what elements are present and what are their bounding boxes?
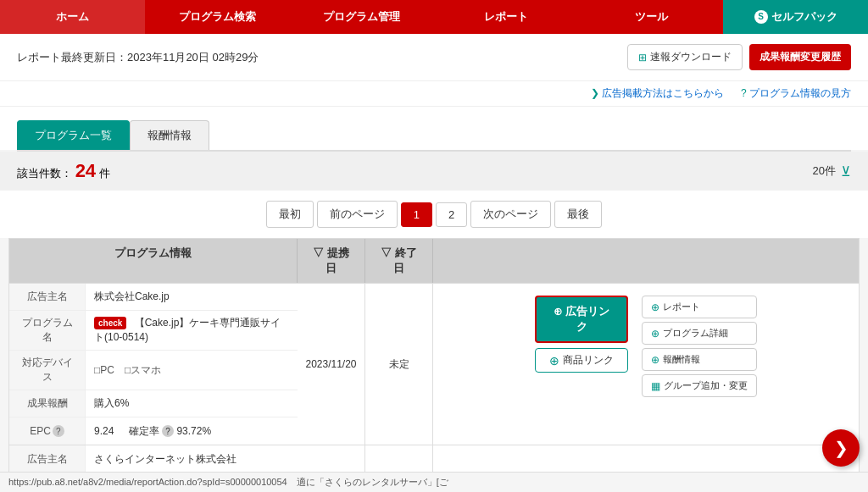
epc-value: 9.24 確定率 ? 93.72% xyxy=(86,419,298,444)
reward-info-button[interactable]: 報酬情報 xyxy=(642,348,757,371)
th-actions xyxy=(433,239,859,283)
check-badge: check xyxy=(94,317,126,329)
page-1-button[interactable]: 1 xyxy=(401,202,432,227)
count-unit: 件 xyxy=(99,167,110,180)
advertiser-label-2: 広告主名 xyxy=(9,445,86,473)
ad-link-icon: ⊕ xyxy=(554,305,565,318)
first-page-button[interactable]: 最初 xyxy=(266,201,314,228)
tab-reward-info[interactable]: 報酬情報 xyxy=(130,120,209,150)
reward-row: 成果報酬 購入6% xyxy=(9,390,298,417)
th-end: ▽ 終了日 xyxy=(365,239,433,283)
end-date-cell-2 xyxy=(365,445,433,473)
fab-icon: ❯ xyxy=(834,438,849,458)
nav-report[interactable]: レポート xyxy=(434,0,579,34)
nav-home[interactable]: ホーム xyxy=(0,0,145,34)
program-info-cell: 広告主名 株式会社Cake.jp プログラム名 check 【Cake.jp】ケ… xyxy=(9,284,298,445)
table-row: 広告主名 株式会社Cake.jp プログラム名 check 【Cake.jp】ケ… xyxy=(9,283,859,445)
nav-program-search[interactable]: プログラム検索 xyxy=(145,0,290,34)
program-detail-button[interactable]: プログラム詳細 xyxy=(642,322,757,345)
program-info-cell-2: 広告主名 さくらインターネット株式会社 xyxy=(9,445,298,473)
report-date: レポート最終更新日：2023年11月20日 02時29分 xyxy=(17,50,259,65)
confirm-help-icon: ? xyxy=(162,425,174,437)
report-side-button[interactable]: レポート xyxy=(642,296,757,318)
epc-label: EPC ? xyxy=(9,417,86,445)
program-name-value: check 【Cake.jp】ケーキ専門通販サイト(10-0514) xyxy=(86,311,298,350)
end-date-label: ▽ 終了日 xyxy=(381,246,417,274)
epc-row: EPC ? 9.24 確定率 ? 93.72% xyxy=(9,417,298,445)
history-button[interactable]: 成果報酬変更履歴 xyxy=(749,44,851,70)
per-page-selector[interactable]: 20件 ⊻ xyxy=(813,163,851,180)
device-value: □PC □スマホ xyxy=(86,358,298,383)
navigation: ホーム プログラム検索 プログラム管理 レポート ツール S セルフパック xyxy=(0,0,868,34)
count-row: 該当件数： 24 件 20件 ⊻ xyxy=(0,152,868,191)
prev-page-button[interactable]: 前のページ xyxy=(317,201,398,228)
page-2-button[interactable]: 2 xyxy=(436,202,467,227)
chevron-down-icon: ⊻ xyxy=(841,163,851,180)
selfpack-icon: S xyxy=(754,10,768,24)
reward-value: 購入6% xyxy=(86,391,298,416)
advertiser-label: 広告主名 xyxy=(9,284,86,310)
th-program-info: プログラム情報 xyxy=(9,239,298,283)
tab-program-list[interactable]: プログラム一覧 xyxy=(17,120,130,150)
report-buttons: 速報ダウンロード 成果報酬変更履歴 xyxy=(627,44,851,70)
advertiser-row: 広告主名 株式会社Cake.jp xyxy=(9,284,298,311)
fab-button[interactable]: ❯ xyxy=(822,429,860,467)
advertiser-row-2: 広告主名 さくらインターネット株式会社 xyxy=(9,445,298,473)
next-page-button[interactable]: 次のページ xyxy=(470,201,551,228)
result-count: 該当件数： 24 件 xyxy=(17,160,110,182)
status-bar: https://pub.a8.net/a8v2/media/reportActi… xyxy=(0,472,868,492)
table-header: プログラム情報 ▽ 提携日 ▽ 終了日 xyxy=(9,239,859,283)
program-name-label: プログラム名 xyxy=(9,311,86,350)
program-name-row: プログラム名 check 【Cake.jp】ケーキ専門通販サイト(10-0514… xyxy=(9,311,298,351)
actions-cell-2 xyxy=(433,445,859,473)
tabs: プログラム一覧 報酬情報 xyxy=(0,107,868,150)
count-number: 24 xyxy=(75,160,96,181)
partnership-date-cell: 2023/11/20 xyxy=(298,284,365,445)
date-cell-2 xyxy=(298,445,365,473)
ad-method-link[interactable]: 広告掲載方法はこちらから xyxy=(591,86,724,101)
confirm-label: 確定率 ? xyxy=(129,425,177,437)
device-label: 対応デバイス xyxy=(9,351,86,390)
main-action-buttons: ⊕ 広告リンク 商品リンク xyxy=(535,296,628,373)
links-row: 広告掲載方法はこちらから プログラム情報の見方 xyxy=(0,81,868,107)
program-table: プログラム情報 ▽ 提携日 ▽ 終了日 広告主名 株式会社Cake.jp プログ… xyxy=(8,238,860,473)
nav-tools[interactable]: ツール xyxy=(579,0,724,34)
advertiser-value-2: さくらインターネット株式会社 xyxy=(86,447,298,472)
end-date-cell: 未定 xyxy=(365,284,433,445)
program-info-link[interactable]: プログラム情報の見方 xyxy=(741,86,851,101)
device-row: 対応デバイス □PC □スマホ xyxy=(9,351,298,390)
partnership-date-label: ▽ 提携日 xyxy=(313,246,349,274)
side-buttons: レポート プログラム詳細 報酬情報 グループ追加・変更 xyxy=(642,296,757,397)
product-link-button[interactable]: 商品リンク xyxy=(535,348,628,373)
group-change-button[interactable]: グループ追加・変更 xyxy=(642,374,757,397)
count-label: 該当件数： xyxy=(17,167,72,180)
actions-cell: ⊕ 広告リンク 商品リンク レポート プログラム詳細 報酬情報 グループ追加・変… xyxy=(433,284,859,445)
epc-help-icon: ? xyxy=(53,425,64,437)
nav-program-manage[interactable]: プログラム管理 xyxy=(289,0,434,34)
download-button[interactable]: 速報ダウンロード xyxy=(627,44,743,70)
advertiser-value: 株式会社Cake.jp xyxy=(86,285,298,309)
nav-selfpack[interactable]: S セルフパック xyxy=(723,0,868,34)
report-header: レポート最終更新日：2023年11月20日 02時29分 速報ダウンロード 成果… xyxy=(0,34,868,81)
table-row: 広告主名 さくらインターネット株式会社 xyxy=(9,445,859,473)
ad-link-button[interactable]: ⊕ 広告リンク xyxy=(535,296,628,343)
last-page-button[interactable]: 最後 xyxy=(554,201,602,228)
actions-inner: ⊕ 広告リンク 商品リンク レポート プログラム詳細 報酬情報 グループ追加・変… xyxy=(442,292,850,397)
reward-label: 成果報酬 xyxy=(9,390,86,417)
pagination: 最初 前のページ 1 2 次のページ 最後 xyxy=(0,191,868,238)
th-date: ▽ 提携日 xyxy=(298,239,365,283)
